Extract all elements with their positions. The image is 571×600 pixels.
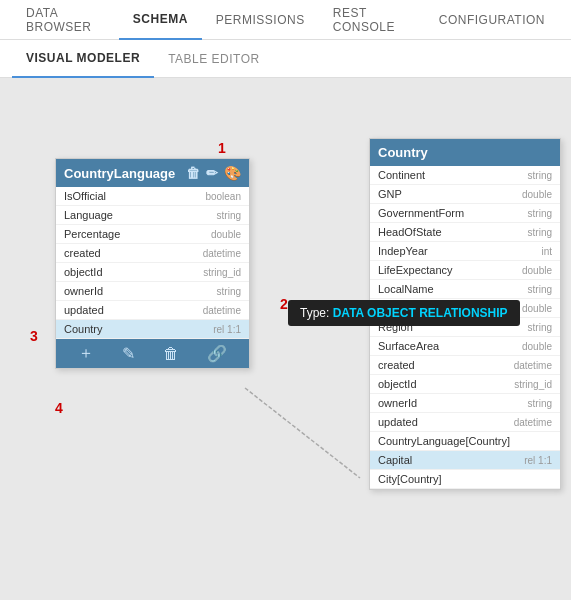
edit-row-icon[interactable]: ✎	[122, 344, 135, 363]
table-row: created datetime	[370, 356, 560, 375]
tab-configuration[interactable]: CONFIGURATION	[425, 0, 559, 40]
tab-visual-modeler[interactable]: VISUAL MODELER	[12, 40, 154, 78]
link-icon[interactable]: 🔗	[207, 344, 227, 363]
canvas: 1 2 3 4 CountryLanguage 🗑 ✏ 🎨 IsOfficial…	[0, 78, 571, 600]
table-row: IsOfficial boolean	[56, 187, 249, 206]
edit-icon[interactable]: ✏	[206, 165, 218, 181]
countrylanguage-title: CountryLanguage	[64, 166, 186, 181]
table-row: IndepYear int	[370, 242, 560, 261]
tooltip-prefix: Type:	[300, 306, 333, 320]
top-navigation: DATA BROWSER SCHEMA PERMISSIONS REST CON…	[0, 0, 571, 40]
table-row: updated datetime	[56, 301, 249, 320]
country-header: Country	[370, 139, 560, 166]
countrylanguage-table: CountryLanguage 🗑 ✏ 🎨 IsOfficial boolean…	[55, 158, 250, 369]
table-row: Percentage double	[56, 225, 249, 244]
palette-icon[interactable]: 🎨	[224, 165, 241, 181]
label-1: 1	[218, 140, 226, 156]
sub-navigation: VISUAL MODELER TABLE EDITOR	[0, 40, 571, 78]
table-row: updated datetime	[370, 413, 560, 432]
add-icon[interactable]: ＋	[78, 343, 94, 364]
table-row: ownerId string	[370, 394, 560, 413]
capital-row[interactable]: Capital rel 1:1	[370, 451, 560, 470]
table-row: SurfaceArea double	[370, 337, 560, 356]
label-4: 4	[55, 400, 63, 416]
relationship-tooltip: Type: DATA OBJECT RELATIONSHIP	[288, 300, 520, 326]
table-row: ownerId string	[56, 282, 249, 301]
table-row: Continent string	[370, 166, 560, 185]
svg-line-0	[245, 388, 360, 478]
countrylanguage-header: CountryLanguage 🗑 ✏ 🎨	[56, 159, 249, 187]
table-footer: ＋ ✎ 🗑 🔗	[56, 339, 249, 368]
table-row: objectId string_id	[370, 375, 560, 394]
tab-schema[interactable]: SCHEMA	[119, 0, 202, 40]
table-row: Language string	[56, 206, 249, 225]
table-row: LifeExpectancy double	[370, 261, 560, 280]
table-row: City[Country]	[370, 470, 560, 489]
delete-row-icon[interactable]: 🗑	[163, 345, 179, 363]
tab-permissions[interactable]: PERMISSIONS	[202, 0, 319, 40]
tooltip-value: DATA OBJECT RELATIONSHIP	[333, 306, 508, 320]
tab-table-editor[interactable]: TABLE EDITOR	[154, 40, 274, 78]
table-row: GovernmentForm string	[370, 204, 560, 223]
label-3: 3	[30, 328, 38, 344]
table-row: GNP double	[370, 185, 560, 204]
table-row: created datetime	[56, 244, 249, 263]
table-row: HeadOfState string	[370, 223, 560, 242]
country-relation-row[interactable]: Country rel 1:1	[56, 320, 249, 339]
header-icons: 🗑 ✏ 🎨	[186, 165, 241, 181]
label-2: 2	[280, 296, 288, 312]
table-row: LocalName string	[370, 280, 560, 299]
tab-rest-console[interactable]: REST CONSOLE	[319, 0, 425, 40]
table-row: CountryLanguage[Country]	[370, 432, 560, 451]
delete-icon[interactable]: 🗑	[186, 165, 200, 181]
country-title: Country	[378, 145, 552, 160]
table-row: objectId string_id	[56, 263, 249, 282]
tab-data-browser[interactable]: DATA BROWSER	[12, 0, 119, 40]
